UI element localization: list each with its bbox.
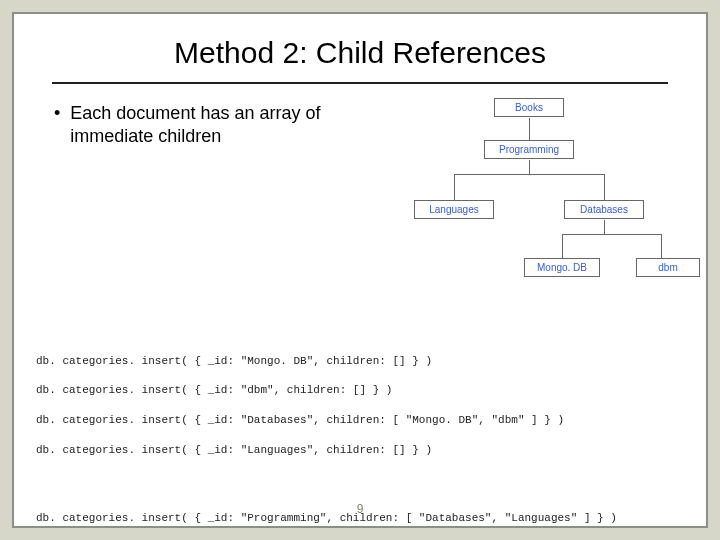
tree-connector xyxy=(604,174,605,200)
tree-node-mongodb: Mongo. DB xyxy=(524,258,600,277)
tree-connector xyxy=(661,234,662,258)
tree-connector xyxy=(454,174,604,175)
tree-node-books: Books xyxy=(494,98,564,117)
tree-connector xyxy=(562,234,661,235)
code-line: db. categories. insert( { _id: "Database… xyxy=(36,413,686,428)
tree-node-dbm: dbm xyxy=(636,258,700,277)
code-line: db. categories. insert( { _id: "Language… xyxy=(36,443,686,458)
tree-connector xyxy=(454,174,455,200)
category-tree-diagram: Books Programming Languages Databases Mo… xyxy=(374,98,686,303)
slide-frame: Method 2: Child References • Each docume… xyxy=(12,12,708,528)
top-row: • Each document has an array of immediat… xyxy=(14,84,706,303)
bullet-dot: • xyxy=(54,102,60,149)
bullet-text: Each document has an array of immediate … xyxy=(70,102,364,149)
code-line: db. categories. insert( { _id: "dbm", ch… xyxy=(36,383,686,398)
page-number: 9 xyxy=(14,502,706,516)
tree-node-databases: Databases xyxy=(564,200,644,219)
code-line: db. categories. insert( { _id: "Mongo. D… xyxy=(36,354,686,369)
slide-title: Method 2: Child References xyxy=(14,14,706,74)
tree-connector xyxy=(529,118,530,140)
tree-node-programming: Programming xyxy=(484,140,574,159)
bullet-list: • Each document has an array of immediat… xyxy=(54,98,364,303)
tree-connector xyxy=(562,234,563,258)
tree-node-languages: Languages xyxy=(414,200,494,219)
tree-connector xyxy=(529,160,530,174)
tree-connector xyxy=(604,220,605,234)
